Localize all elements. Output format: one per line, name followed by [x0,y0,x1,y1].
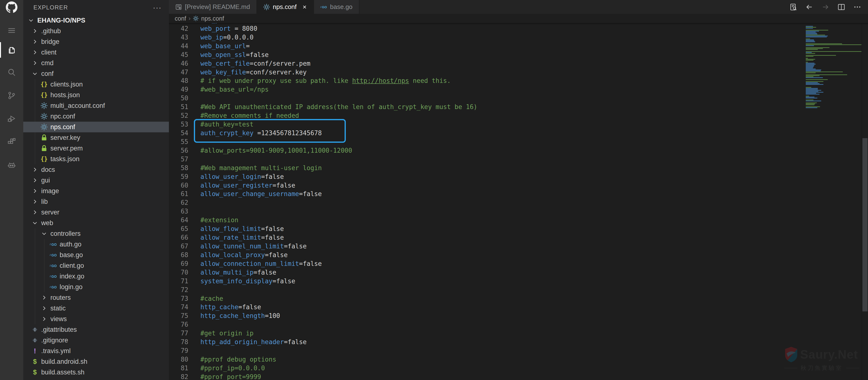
minimap[interactable] [806,26,862,108]
tab-nps-conf[interactable]: nps.conf [257,0,314,14]
tree-item-build-android-sh[interactable]: $build.android.sh [23,356,169,367]
code-line-69: 69allow_connection_num_limit=false [169,259,868,268]
tree-item-client[interactable]: client [23,47,169,58]
chevron-right-icon [31,165,39,174]
line-number: 81 [169,364,188,373]
tree-root-item[interactable]: EHANG-IO/NPS [23,15,169,26]
code-line-43: 43web_ip=0.0.0.0 [169,33,868,42]
search-icon[interactable] [0,63,23,82]
minimap-row [806,65,814,65]
minimap-row [806,30,828,31]
tree-item-index-go[interactable]: GOindex.go [23,271,169,282]
activity-bar [0,0,23,380]
breadcrumb-file[interactable]: nps.conf [201,15,224,22]
tree-item-base-go[interactable]: GObase.go [23,250,169,260]
tree-item-tasks-json[interactable]: {}tasks.json [23,154,169,164]
tree-item-clients-json[interactable]: {}clients.json [23,79,169,90]
sidebar-title: EXPLORER [33,4,68,11]
tree-item-npc-conf[interactable]: npc.conf [23,111,169,122]
line-number: 56 [169,147,188,155]
minimap-row [806,72,816,73]
tree-item-multi-account-conf[interactable]: multi_account.conf [23,100,169,111]
split-editor-icon[interactable] [837,3,845,11]
svg-text:GO: GO [51,253,57,257]
code-line-72: 72 [169,286,868,294]
tree-item-server-key[interactable]: server.key [23,132,169,143]
json-file-icon: {} [40,80,49,89]
minimap-row [806,100,813,100]
breadcrumb-folder[interactable]: conf [175,15,186,22]
line-number: 79 [169,347,188,355]
tab-preview-readme-md[interactable]: [Preview] README.md [169,0,257,14]
code-line-60: 60allow_user_register=false [169,181,868,190]
more-actions-icon[interactable] [854,3,861,11]
minimap-row [806,84,824,85]
close-icon[interactable] [302,4,307,10]
open-preview-icon[interactable] [789,3,797,11]
minimap-row [806,101,821,101]
tree-item-cmd[interactable]: cmd [23,58,169,68]
tree-item-auth-go[interactable]: GOauth.go [23,239,169,250]
tree-item-nps-conf[interactable]: nps.conf [23,122,169,132]
code-line-57: 57 [169,155,868,164]
minimap-row [806,87,811,88]
tree-item-client-go[interactable]: GOclient.go [23,260,169,271]
minimap-row [806,47,830,48]
svg-text:GO: GO [322,5,327,9]
tree-item-views[interactable]: views [23,314,169,324]
code-editor[interactable]: 41web_password=12342web_port = 808043web… [169,23,868,380]
line-number: 64 [169,216,188,225]
chevron-right-icon [31,37,39,46]
github-logo-icon[interactable] [6,1,18,13]
tree-item-build-assets-sh[interactable]: $build.assets.sh [23,367,169,378]
tree-item-travis-yml[interactable]: !.travis.yml [23,346,169,356]
tab-base-go[interactable]: GObase.go [314,0,360,14]
tree-item-label: bridge [41,38,59,45]
source-control-icon[interactable] [0,86,23,105]
minimap-row [806,26,813,27]
extensions-icon[interactable] [0,133,23,151]
code-line-79: 79 [169,347,868,355]
tree-item-server[interactable]: server [23,207,169,218]
tree-item-label: multi_account.conf [51,102,105,109]
chevron-right-icon [40,304,49,313]
tree-item-lib[interactable]: lib [23,196,169,207]
minimap-row [806,60,813,61]
tree-item-github[interactable]: .github [23,26,169,36]
tree-item-controllers[interactable]: controllers [23,228,169,239]
go-back-icon[interactable] [805,3,813,11]
tree-item-static[interactable]: static [23,303,169,314]
tree-item-conf[interactable]: conf [23,68,169,79]
breadcrumb[interactable]: conf › nps.conf [169,14,868,23]
minimap-row [806,67,813,67]
chevron-right-icon [40,293,49,302]
line-number: 70 [169,268,188,277]
tree-item-gui[interactable]: gui [23,175,169,186]
tree-item-bridge[interactable]: bridge [23,36,169,47]
minimap-row [806,88,818,89]
minimap-row [806,70,821,71]
minimap-row [806,66,814,66]
explorer-icon[interactable] [0,41,23,59]
watermark: Saury.Net 秋刀魚實驗室 [784,346,859,372]
sidebar-more-actions-icon[interactable]: ··· [153,3,162,12]
tree-item-gitignore[interactable]: .gitignore [23,335,169,346]
tree-item-login-go[interactable]: GOlogin.go [23,282,169,292]
minimap-row [806,33,817,33]
copilot-icon[interactable] [0,156,23,175]
code-line-58: 58#Web management multi-user login [169,164,868,172]
tree-item-image[interactable]: image [23,186,169,196]
editor-scrollbar[interactable] [862,23,868,380]
menu-icon[interactable] [0,21,23,40]
tree-item-hosts-json[interactable]: {}hosts.json [23,90,169,100]
tree-item-server-pem[interactable]: server.pem [23,143,169,154]
tree-item-label: .travis.yml [41,347,71,355]
scrollbar-thumb[interactable] [862,138,868,311]
tree-item-web[interactable]: web [23,218,169,228]
tree-item-gitattributes[interactable]: .gitattributes [23,324,169,335]
minimap-row [806,56,813,57]
tree-item-docs[interactable]: docs [23,164,169,175]
tree-item-label: build.assets.sh [41,369,85,376]
run-debug-icon[interactable] [0,109,23,128]
tree-item-routers[interactable]: routers [23,292,169,303]
